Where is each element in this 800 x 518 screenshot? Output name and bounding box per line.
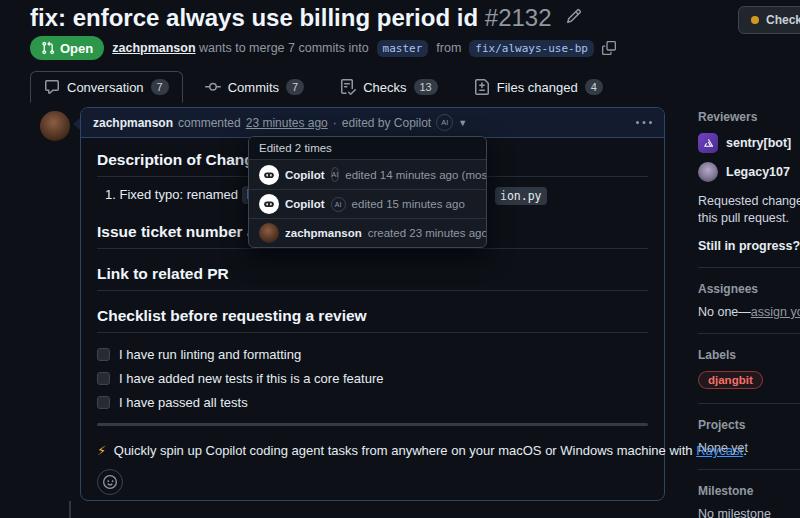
avatar-zachpmanson bbox=[259, 223, 279, 243]
base-branch-label[interactable]: master bbox=[377, 40, 429, 57]
task-label: I have passed all tests bbox=[119, 395, 248, 410]
pr-sidebar: Reviewers sentry[bot] Legacy107 Requeste… bbox=[698, 110, 800, 518]
tab-counter: 7 bbox=[151, 79, 169, 95]
labels-header: Labels bbox=[698, 348, 800, 362]
separator-dot: · bbox=[333, 116, 337, 130]
avatar-zachpmanson[interactable] bbox=[40, 111, 70, 141]
merge-text: wants to merge 7 commits into bbox=[199, 41, 369, 55]
pr-number: #2132 bbox=[485, 4, 552, 31]
comment-author[interactable]: zachpmanson bbox=[93, 116, 173, 130]
sidebar-divider bbox=[698, 267, 800, 268]
task-item: I have passed all tests bbox=[97, 395, 648, 410]
tab-label: Checks bbox=[363, 80, 406, 95]
milestone-empty: No milestone bbox=[698, 507, 800, 518]
kebab-menu-icon[interactable] bbox=[636, 115, 652, 131]
checkbox-unchecked[interactable] bbox=[97, 348, 110, 361]
tab-label: Files changed bbox=[497, 80, 578, 95]
git-commit-icon bbox=[205, 79, 221, 95]
code-span-end: ion.py bbox=[495, 187, 547, 205]
from-text: from bbox=[436, 41, 461, 55]
checks-status-button[interactable]: Check bbox=[738, 6, 800, 34]
pencil-icon[interactable] bbox=[566, 2, 582, 18]
timeline-line bbox=[69, 501, 71, 518]
task-label: I have added new tests if this is a core… bbox=[119, 371, 383, 386]
edit-text: created 23 minutes ago bbox=[368, 227, 487, 239]
github-pr-page: fix: enforce always use billing period i… bbox=[0, 0, 800, 518]
zap-icon: ⚡ bbox=[97, 443, 106, 458]
heading-related-pr: Link to related PR bbox=[97, 265, 648, 291]
assignees-empty-row: No one—assign yourself bbox=[698, 305, 800, 319]
open-state-badge: Open bbox=[30, 36, 104, 60]
reviewers-header: Reviewers bbox=[698, 110, 800, 124]
edit-history-item[interactable]: Copilot AI edited 14 minutes ago (most r… bbox=[249, 160, 486, 189]
sidebar-divider bbox=[698, 333, 800, 334]
edit-history-item[interactable]: Copilot AI edited 15 minutes ago bbox=[249, 189, 486, 218]
comment-action: commented bbox=[178, 116, 241, 130]
task-checklist: I have run linting and formatting I have… bbox=[97, 347, 648, 410]
tab-commits[interactable]: Commits 7 bbox=[191, 71, 318, 103]
ai-badge: AI bbox=[331, 197, 346, 212]
tab-counter: 13 bbox=[414, 79, 438, 95]
comment-timestamp[interactable]: 23 minutes ago bbox=[246, 116, 328, 130]
pr-meta-row: Open zachpmanson wants to merge 7 commit… bbox=[30, 36, 616, 60]
pr-tabs: Conversation 7 Commits 7 Checks 13 Files… bbox=[30, 71, 617, 103]
reviewer-name: Legacy107 bbox=[726, 165, 790, 179]
promo-text: Quickly spin up Copilot coding agent tas… bbox=[114, 443, 693, 458]
comment-caret bbox=[73, 118, 80, 130]
tab-files-changed[interactable]: Files changed 4 bbox=[460, 71, 617, 103]
reviewer-legacy107[interactable]: Legacy107 bbox=[698, 162, 800, 182]
tab-label: Conversation bbox=[67, 80, 144, 95]
comment-header: zachpmanson commented 23 minutes ago · e… bbox=[81, 108, 664, 138]
assign-yourself-link[interactable]: assign yourself bbox=[751, 305, 800, 319]
git-pull-request-icon bbox=[41, 41, 55, 55]
edit-actor: Copilot bbox=[285, 169, 325, 181]
copilot-avatar bbox=[259, 194, 279, 214]
edit-history-item[interactable]: zachpmanson created 23 minutes ago bbox=[249, 218, 486, 247]
author-link[interactable]: zachpmanson bbox=[112, 41, 195, 55]
copy-branch-icon[interactable] bbox=[602, 41, 616, 55]
raycast-promo: ⚡ Quickly spin up Copilot coding agent t… bbox=[97, 443, 648, 458]
pr-title: fix: enforce always use billing period i… bbox=[30, 2, 790, 32]
task-item: I have added new tests if this is a core… bbox=[97, 371, 648, 386]
legacy107-avatar bbox=[698, 162, 718, 182]
reviewer-name: sentry[bot] bbox=[726, 136, 791, 150]
tab-counter: 7 bbox=[286, 79, 304, 95]
markdown-divider bbox=[97, 423, 648, 426]
edit-history-title: Edited 2 times bbox=[249, 137, 486, 160]
open-state-label: Open bbox=[60, 41, 93, 56]
sentry-avatar bbox=[698, 133, 718, 153]
sidebar-divider bbox=[698, 469, 800, 470]
add-reaction-button[interactable] bbox=[97, 469, 123, 495]
milestone-header: Milestone bbox=[698, 484, 800, 498]
pending-status-icon bbox=[751, 16, 759, 24]
smiley-icon bbox=[103, 475, 117, 489]
heading-checklist: Checklist before requesting a review bbox=[97, 307, 648, 333]
tab-checks[interactable]: Checks 13 bbox=[326, 71, 452, 103]
pr-title-text: fix: enforce always use billing period i… bbox=[30, 4, 478, 31]
edit-text: edited 14 minutes ago (most recent) bbox=[345, 169, 487, 181]
task-label: I have run linting and formatting bbox=[119, 347, 301, 362]
projects-empty: None yet bbox=[698, 441, 800, 455]
convert-to-draft-row: Still in progress? Convert to draft bbox=[698, 239, 800, 253]
assignees-header: Assignees bbox=[698, 282, 800, 296]
sidebar-divider bbox=[698, 403, 800, 404]
list-item-text: 1. Fixed typo: renamed bbox=[105, 187, 238, 202]
head-branch-label[interactable]: fix/always-use-bp bbox=[469, 40, 594, 57]
edit-history-dropdown: Edited 2 times Copilot AI edited 14 minu… bbox=[248, 136, 487, 248]
file-diff-icon bbox=[474, 79, 490, 95]
still-in-progress-text: Still in progress? bbox=[698, 239, 800, 253]
label-djangbit[interactable]: djangbit bbox=[698, 371, 763, 389]
task-item: I have run linting and formatting bbox=[97, 347, 648, 362]
reviewer-sentry-bot[interactable]: sentry[bot] bbox=[698, 133, 800, 153]
edit-actor: Copilot bbox=[285, 198, 325, 210]
tab-counter: 4 bbox=[585, 79, 603, 95]
checks-status-label: Check bbox=[766, 13, 800, 27]
checkbox-unchecked[interactable] bbox=[97, 396, 110, 409]
edit-history-caret-icon[interactable]: ▼ bbox=[458, 118, 467, 128]
projects-header: Projects bbox=[698, 418, 800, 432]
checkbox-unchecked[interactable] bbox=[97, 372, 110, 385]
ai-badge: AI bbox=[436, 114, 453, 131]
copilot-avatar bbox=[259, 165, 279, 185]
tab-label: Commits bbox=[228, 80, 279, 95]
tab-conversation[interactable]: Conversation 7 bbox=[30, 71, 183, 103]
